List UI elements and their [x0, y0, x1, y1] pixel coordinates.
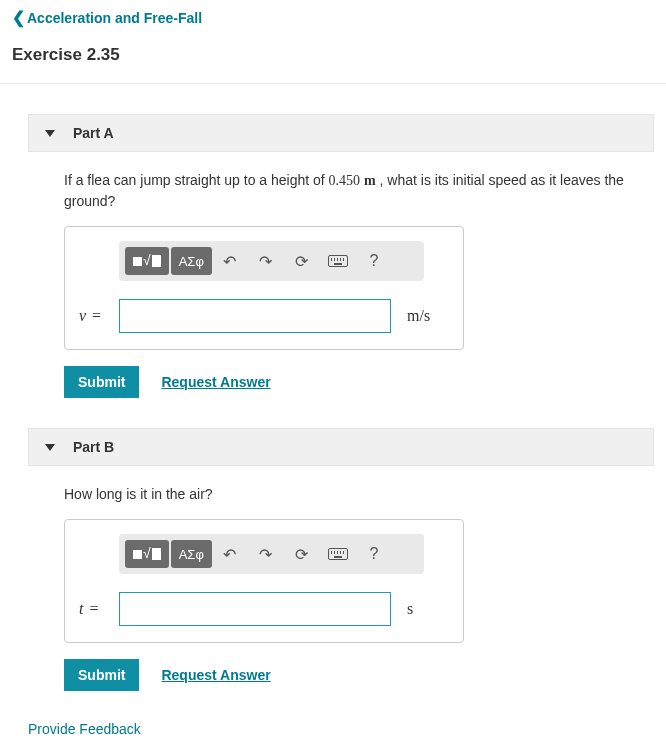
- part-b-request-link[interactable]: Request Answer: [161, 667, 270, 683]
- part-b-toolbar: √ ΑΣφ ↶ ↷ ⟳ ?: [119, 534, 424, 574]
- provide-feedback-link[interactable]: Provide Feedback: [28, 721, 666, 737]
- page-title: Exercise 2.35: [0, 35, 666, 83]
- part-b-unit: s: [407, 600, 413, 618]
- template-button[interactable]: √: [125, 247, 169, 275]
- keyboard-button[interactable]: [320, 247, 356, 275]
- part-a-title: Part A: [73, 125, 114, 141]
- greek-button[interactable]: ΑΣφ: [171, 247, 212, 275]
- reset-icon: ⟳: [295, 252, 308, 271]
- part-b-question: How long is it in the air?: [28, 466, 654, 519]
- keyboard-icon: [328, 255, 348, 267]
- redo-button[interactable]: ↷: [248, 540, 284, 568]
- back-link[interactable]: ❮ Acceleration and Free-Fall: [0, 0, 666, 35]
- part-b-actions: Submit Request Answer: [64, 659, 654, 691]
- redo-button[interactable]: ↷: [248, 247, 284, 275]
- greek-icon: ΑΣφ: [179, 547, 204, 562]
- reset-button[interactable]: ⟳: [284, 540, 320, 568]
- greek-icon: ΑΣφ: [179, 254, 204, 269]
- help-button[interactable]: ?: [356, 247, 392, 275]
- part-b-var-label: t =: [79, 600, 119, 618]
- divider: [0, 83, 666, 84]
- unit-m: m: [364, 173, 376, 188]
- part-a-unit: m/s: [407, 307, 430, 325]
- undo-icon: ↶: [223, 252, 236, 271]
- part-a-answer-input[interactable]: [119, 299, 391, 333]
- greek-button[interactable]: ΑΣφ: [171, 540, 212, 568]
- part-a-answer-row: v = m/s: [79, 299, 449, 333]
- part-a-question: If a flea can jump straight up to a heig…: [28, 152, 654, 226]
- template-icon: √: [133, 253, 161, 269]
- part-a-actions: Submit Request Answer: [64, 366, 654, 398]
- caret-down-icon: [45, 444, 55, 451]
- help-icon: ?: [369, 252, 378, 270]
- part-a: Part A If a flea can jump straight up to…: [28, 114, 654, 398]
- part-a-header[interactable]: Part A: [28, 114, 654, 152]
- part-a-answer-box: √ ΑΣφ ↶ ↷ ⟳ ? v = m/s: [64, 226, 464, 350]
- undo-button[interactable]: ↶: [212, 247, 248, 275]
- part-b-answer-row: t = s: [79, 592, 449, 626]
- part-b-submit-button[interactable]: Submit: [64, 659, 139, 691]
- keyboard-button[interactable]: [320, 540, 356, 568]
- redo-icon: ↷: [259, 252, 272, 271]
- reset-icon: ⟳: [295, 545, 308, 564]
- redo-icon: ↷: [259, 545, 272, 564]
- template-button[interactable]: √: [125, 540, 169, 568]
- part-a-var-label: v =: [79, 307, 119, 325]
- undo-button[interactable]: ↶: [212, 540, 248, 568]
- caret-down-icon: [45, 130, 55, 137]
- help-button[interactable]: ?: [356, 540, 392, 568]
- part-a-request-link[interactable]: Request Answer: [161, 374, 270, 390]
- part-b: Part B How long is it in the air? √ ΑΣφ …: [28, 428, 654, 691]
- part-a-toolbar: √ ΑΣφ ↶ ↷ ⟳ ?: [119, 241, 424, 281]
- part-b-answer-input[interactable]: [119, 592, 391, 626]
- help-icon: ?: [369, 545, 378, 563]
- template-icon: √: [133, 546, 161, 562]
- reset-button[interactable]: ⟳: [284, 247, 320, 275]
- back-link-label: Acceleration and Free-Fall: [27, 10, 202, 26]
- part-b-title: Part B: [73, 439, 114, 455]
- keyboard-icon: [328, 548, 348, 560]
- part-b-answer-box: √ ΑΣφ ↶ ↷ ⟳ ? t = s: [64, 519, 464, 643]
- part-b-header[interactable]: Part B: [28, 428, 654, 466]
- undo-icon: ↶: [223, 545, 236, 564]
- chevron-left-icon: ❮: [12, 8, 25, 27]
- part-a-submit-button[interactable]: Submit: [64, 366, 139, 398]
